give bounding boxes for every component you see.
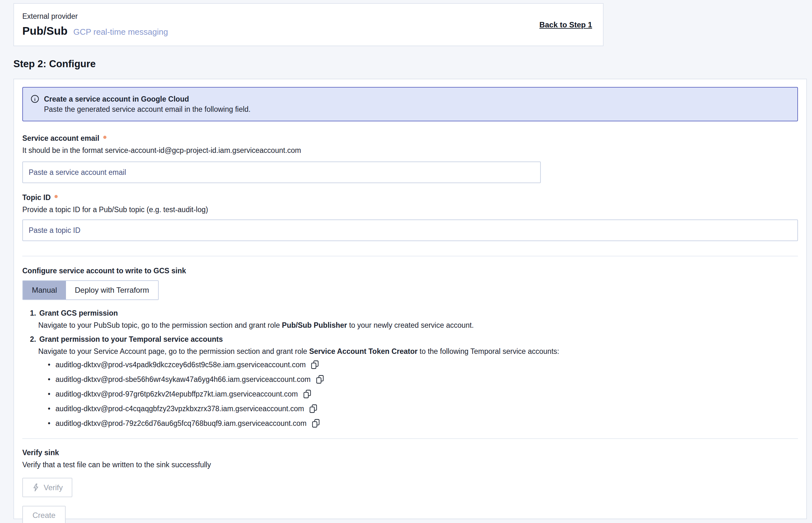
step-1-desc-suffix: to your newly created service account. <box>347 321 474 329</box>
bullet-icon: • <box>48 388 50 400</box>
banner-text: Create a service account in Google Cloud… <box>44 94 250 114</box>
provider-name: Pub/Sub <box>22 24 68 37</box>
step-2-number: 2. <box>30 335 36 344</box>
topic-id-label: Topic ID <box>22 193 798 202</box>
verify-button[interactable]: Verify <box>22 478 72 497</box>
zap-icon <box>32 483 40 492</box>
provider-info: External provider Pub/Sub GCP real-time … <box>22 12 168 37</box>
topic-id-label-text: Topic ID <box>22 193 51 202</box>
instruction-step-2: 2. Grant permission to your Temporal ser… <box>30 335 798 429</box>
service-account-list: • auditlog-dktxv@prod-vs4padk9dkczcey6d6… <box>30 359 798 429</box>
verify-button-label: Verify <box>44 483 63 492</box>
step-1-title-row: 1. Grant GCS permission <box>30 308 798 318</box>
verify-sink-helper: Verify that a test file can be written t… <box>22 460 798 469</box>
bullet-icon: • <box>48 417 50 429</box>
info-icon <box>31 95 39 114</box>
bullet-icon: • <box>48 402 50 415</box>
service-account-row: • auditlog-dktxv@prod-79z2c6d76au6g5fcq7… <box>48 417 798 429</box>
required-dot <box>103 136 106 139</box>
copy-icon <box>309 404 317 413</box>
provider-card: External provider Pub/Sub GCP real-time … <box>13 3 604 46</box>
required-dot <box>54 195 58 198</box>
topic-id-input[interactable] <box>22 219 798 241</box>
create-button-row: Create <box>22 497 798 523</box>
bullet-icon: • <box>48 373 50 385</box>
provider-eyebrow: External provider <box>22 12 168 21</box>
configure-sink-label: Configure service account to write to GC… <box>22 267 798 275</box>
divider <box>22 256 798 256</box>
step-2-desc-suffix: to the following Temporal service accoun… <box>418 347 559 356</box>
service-account-email: auditlog-dktxv@prod-sbe56h6wr4sykaw47a6y… <box>55 375 311 384</box>
service-account-email: auditlog-dktxv@prod-vs4padk9dkczcey6d6st… <box>55 361 306 369</box>
copy-button[interactable] <box>311 418 321 429</box>
instruction-steps: 1. Grant GCS permission Navigate to your… <box>30 308 798 429</box>
step-2-description: Navigate to your Service Account page, g… <box>38 346 798 356</box>
copy-icon <box>316 375 324 384</box>
provider-title-row: Pub/Sub GCP real-time messaging <box>22 24 168 37</box>
copy-icon <box>311 360 319 369</box>
copy-icon <box>303 389 311 399</box>
service-account-row: • auditlog-dktxv@prod-97gr6tp6zkv2t4epub… <box>48 388 798 400</box>
service-account-email-label-text: Service account email <box>22 134 100 143</box>
copy-button[interactable] <box>308 403 318 414</box>
verify-sink-label: Verify sink <box>22 449 798 457</box>
copy-icon <box>312 418 320 428</box>
step-2-title-row: 2. Grant permission to your Temporal ser… <box>30 335 798 344</box>
service-account-row: • auditlog-dktxv@prod-c4cqaqgbfzy23vpzkb… <box>48 402 798 415</box>
deploy-method-tabs: Manual Deploy with Terraform <box>22 280 159 300</box>
step-1-desc-prefix: Navigate to your PubSub topic, go to the… <box>38 321 282 329</box>
instruction-step-1: 1. Grant GCS permission Navigate to your… <box>30 308 798 330</box>
verify-button-row: Verify <box>22 469 798 497</box>
step-1-title: Grant GCS permission <box>39 308 118 318</box>
step-2-desc-prefix: Navigate to your Service Account page, g… <box>38 347 309 356</box>
provider-subtitle: GCP real-time messaging <box>73 27 168 37</box>
service-account-email-input[interactable] <box>22 162 541 183</box>
step-1-desc-role: Pub/Sub Publisher <box>282 321 347 329</box>
page-title: Step 2: Configure <box>13 58 95 70</box>
copy-button[interactable] <box>315 374 325 385</box>
copy-button[interactable] <box>302 389 312 399</box>
service-account-email: auditlog-dktxv@prod-79z2c6d76au6g5fcq768… <box>55 419 306 428</box>
info-banner: Create a service account in Google Cloud… <box>22 87 798 121</box>
divider <box>22 438 798 439</box>
back-to-step-1-link[interactable]: Back to Step 1 <box>540 20 592 29</box>
create-button-label: Create <box>33 511 55 520</box>
page: External provider Pub/Sub GCP real-time … <box>0 0 812 523</box>
topic-id-helper: Provide a topic ID for a Pub/Sub topic (… <box>22 205 798 214</box>
service-account-row: • auditlog-dktxv@prod-vs4padk9dkczcey6d6… <box>48 359 798 371</box>
service-account-email: auditlog-dktxv@prod-c4cqaqgbfzy23vpzkbxz… <box>55 404 304 413</box>
step-1-number: 1. <box>30 308 36 318</box>
step-2-desc-role: Service Account Token Creator <box>309 347 418 356</box>
tab-deploy-with-terraform[interactable]: Deploy with Terraform <box>66 281 158 300</box>
banner-body: Paste the generated service account emai… <box>44 105 250 114</box>
service-account-email-helper: It should be in the format service-accou… <box>22 146 798 155</box>
copy-button[interactable] <box>310 359 320 370</box>
step-1-description: Navigate to your PubSub topic, go to the… <box>38 321 798 330</box>
banner-title: Create a service account in Google Cloud <box>44 94 250 104</box>
service-account-email-label: Service account email <box>22 134 798 143</box>
configure-card: Create a service account in Google Cloud… <box>13 79 807 519</box>
bullet-icon: • <box>48 359 50 371</box>
service-account-email: auditlog-dktxv@prod-97gr6tp6zkv2t4epubff… <box>55 390 298 398</box>
create-button[interactable]: Create <box>22 506 66 523</box>
service-account-row: • auditlog-dktxv@prod-sbe56h6wr4sykaw47a… <box>48 373 798 385</box>
tab-manual[interactable]: Manual <box>23 281 66 300</box>
step-2-title: Grant permission to your Temporal servic… <box>39 335 223 344</box>
